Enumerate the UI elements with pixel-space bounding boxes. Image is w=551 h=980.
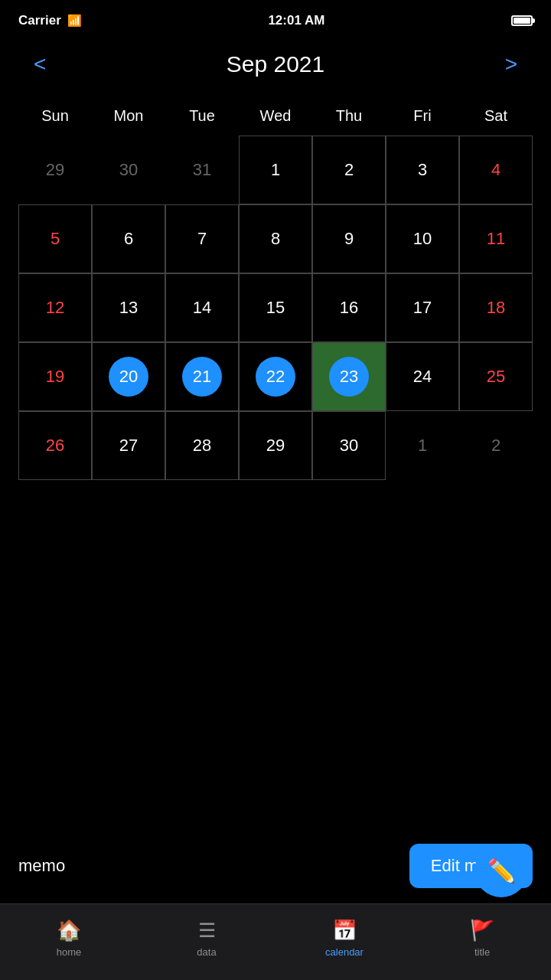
- battery-icon: [511, 15, 533, 26]
- day-header-wed: Wed: [239, 103, 312, 129]
- calendar-day-27[interactable]: 27: [92, 411, 165, 480]
- day-number: 9: [329, 219, 369, 259]
- calendar-day-4[interactable]: 4: [459, 136, 533, 204]
- status-right: [511, 15, 533, 26]
- day-header-thu: Thu: [312, 103, 386, 129]
- carrier-label: Carrier: [18, 13, 61, 28]
- calendar: < Sep 2021 > Sun Mon Tue Wed Thu Fri Sat…: [0, 34, 551, 480]
- day-number: 11: [476, 219, 516, 259]
- calendar-day-25[interactable]: 25: [459, 342, 533, 411]
- day-number: 2: [329, 150, 369, 190]
- day-number: 25: [476, 357, 516, 397]
- calendar-day-13[interactable]: 13: [92, 273, 165, 342]
- tab-bar: 🏠 home ☰ data 📅 calendar 🚩 title: [0, 903, 551, 980]
- calendar-icon: 📅: [332, 919, 357, 942]
- month-header: < Sep 2021 >: [18, 49, 533, 80]
- day-headers: Sun Mon Tue Wed Thu Fri Sat: [18, 103, 533, 129]
- tab-calendar[interactable]: 📅 calendar: [276, 919, 413, 958]
- calendar-day-17[interactable]: 17: [386, 273, 459, 342]
- memo-label: memo: [18, 856, 65, 876]
- tab-data-label: data: [197, 946, 216, 958]
- calendar-day-23[interactable]: 23: [312, 342, 386, 411]
- day-number: 29: [35, 150, 75, 190]
- day-number: 16: [329, 288, 369, 328]
- day-number: 3: [403, 150, 442, 190]
- calendar-day-14[interactable]: 14: [165, 273, 239, 342]
- day-number: 15: [256, 288, 295, 328]
- calendar-day-12[interactable]: 12: [18, 273, 92, 342]
- calendar-day-10[interactable]: 10: [386, 204, 459, 273]
- calendar-day-18[interactable]: 18: [459, 273, 533, 342]
- prev-month-button[interactable]: <: [26, 49, 54, 80]
- day-number: 27: [109, 426, 148, 466]
- day-number: 22: [256, 357, 295, 397]
- status-time: 12:01 AM: [268, 13, 324, 28]
- tab-title[interactable]: 🚩 title: [413, 919, 551, 958]
- day-number: 20: [109, 357, 148, 397]
- flag-icon: 🚩: [470, 919, 494, 942]
- day-number: 24: [403, 357, 442, 397]
- day-number: 10: [403, 219, 442, 259]
- next-month-button[interactable]: >: [497, 49, 525, 80]
- day-number: 18: [476, 288, 516, 328]
- calendar-day-7[interactable]: 7: [165, 204, 239, 273]
- calendar-day-31-outside[interactable]: 31: [165, 136, 239, 204]
- tab-home[interactable]: 🏠 home: [0, 919, 138, 958]
- day-header-fri: Fri: [386, 103, 459, 129]
- day-number: 21: [182, 357, 222, 397]
- calendar-day-26[interactable]: 26: [18, 411, 92, 480]
- calendar-day-1-outside-next[interactable]: 1: [386, 411, 459, 480]
- day-number: 14: [182, 288, 222, 328]
- calendar-day-6[interactable]: 6: [92, 204, 165, 273]
- day-number: 29: [256, 426, 295, 466]
- calendar-day-29[interactable]: 29: [239, 411, 312, 480]
- day-number: 7: [182, 219, 222, 259]
- status-left: Carrier 📶: [18, 13, 82, 28]
- calendar-day-8[interactable]: 8: [239, 204, 312, 273]
- day-number: 8: [256, 219, 295, 259]
- calendar-day-29-outside[interactable]: 29: [18, 136, 92, 204]
- month-title: Sep 2021: [227, 51, 324, 77]
- fab-button[interactable]: ✏️: [474, 844, 528, 897]
- day-number: 31: [182, 150, 222, 190]
- day-number: 23: [329, 357, 369, 397]
- calendar-day-28[interactable]: 28: [165, 411, 239, 480]
- calendar-day-9[interactable]: 9: [312, 204, 386, 273]
- data-icon: ☰: [198, 919, 216, 942]
- day-number: 4: [476, 150, 516, 190]
- day-header-tue: Tue: [165, 103, 239, 129]
- calendar-day-30[interactable]: 30: [312, 411, 386, 480]
- calendar-day-30-outside[interactable]: 30: [92, 136, 165, 204]
- tab-home-label: home: [57, 946, 82, 958]
- day-number: 17: [403, 288, 442, 328]
- tab-calendar-label: calendar: [325, 946, 364, 958]
- calendar-day-5[interactable]: 5: [18, 204, 92, 273]
- day-number: 13: [109, 288, 148, 328]
- day-number: 12: [35, 288, 75, 328]
- calendar-day-3[interactable]: 3: [386, 136, 459, 204]
- day-number: 1: [403, 426, 442, 466]
- day-number: 30: [329, 426, 369, 466]
- home-icon: 🏠: [57, 919, 81, 942]
- calendar-day-1[interactable]: 1: [239, 136, 312, 204]
- tab-data[interactable]: ☰ data: [138, 919, 276, 958]
- calendar-day-16[interactable]: 16: [312, 273, 386, 342]
- day-number: 30: [109, 150, 148, 190]
- calendar-day-2[interactable]: 2: [312, 136, 386, 204]
- day-header-sun: Sun: [18, 103, 92, 129]
- memo-section: memo Edit memo: [0, 844, 551, 888]
- calendar-day-19[interactable]: 19: [18, 342, 92, 411]
- day-number: 2: [476, 426, 516, 466]
- calendar-day-22[interactable]: 22: [239, 342, 312, 411]
- calendar-day-20[interactable]: 20: [92, 342, 165, 411]
- day-number: 5: [35, 219, 75, 259]
- calendar-day-11[interactable]: 11: [459, 204, 533, 273]
- calendar-day-21[interactable]: 21: [165, 342, 239, 411]
- day-number: 1: [256, 150, 295, 190]
- calendar-day-24[interactable]: 24: [386, 342, 459, 411]
- calendar-day-2-outside-next[interactable]: 2: [459, 411, 533, 480]
- calendar-grid: 2930311234567891011121314151617181920212…: [18, 136, 533, 480]
- calendar-day-15[interactable]: 15: [239, 273, 312, 342]
- day-number: 26: [35, 426, 75, 466]
- wifi-icon: 📶: [67, 14, 82, 28]
